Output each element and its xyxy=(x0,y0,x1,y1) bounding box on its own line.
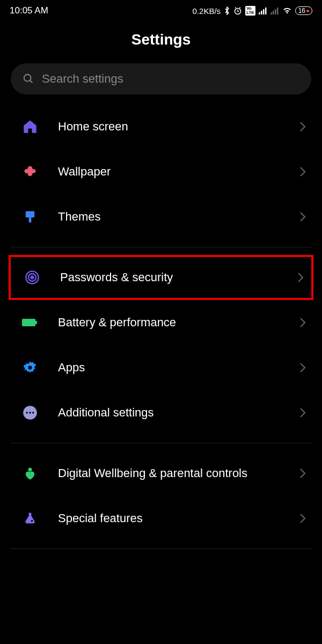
status-indicators: 0.2KB/s VoLTE 16 xyxy=(193,6,312,16)
svg-point-22 xyxy=(28,468,32,472)
list-item-label: Wallpaper xyxy=(58,164,280,180)
svg-rect-8 xyxy=(277,8,279,14)
svg-point-19 xyxy=(26,412,28,414)
list-item-apps[interactable]: Apps xyxy=(0,345,322,390)
chevron-right-icon xyxy=(299,513,306,524)
svg-point-20 xyxy=(29,412,31,414)
list-item-label: Themes xyxy=(58,209,280,225)
highlight-annotation: Passwords & security xyxy=(9,255,313,300)
svg-rect-3 xyxy=(263,9,265,14)
chevron-right-icon xyxy=(299,362,306,373)
battery-indicator: 16 xyxy=(295,6,312,15)
signal-icon xyxy=(259,7,267,14)
search-bar[interactable] xyxy=(11,63,311,94)
battery-low-icon xyxy=(306,10,309,12)
list-item-label: Apps xyxy=(58,360,280,376)
svg-point-14 xyxy=(31,276,34,279)
list-item-label: Additional settings xyxy=(58,405,280,421)
signal-icon-2 xyxy=(270,7,279,14)
list-item-home-screen[interactable]: Home screen xyxy=(0,104,322,149)
list-item-themes[interactable]: Themes xyxy=(0,194,322,239)
divider xyxy=(11,247,311,247)
search-input[interactable] xyxy=(42,72,299,86)
list-item-label: Passwords & security xyxy=(60,270,278,286)
list-item-digital-wellbeing[interactable]: Digital Wellbeing & parental controls xyxy=(0,451,322,496)
list-item-label: Battery & performance xyxy=(58,315,280,331)
heart-person-icon xyxy=(21,465,39,482)
brush-icon xyxy=(21,208,39,225)
status-time: 10:05 AM xyxy=(10,5,48,16)
svg-rect-5 xyxy=(270,12,272,14)
divider xyxy=(11,443,311,443)
list-item-battery-performance[interactable]: Battery & performance xyxy=(0,300,322,345)
svg-rect-4 xyxy=(265,8,267,14)
svg-rect-11 xyxy=(29,217,32,222)
list-item-label: Special features xyxy=(58,511,280,526)
page-title: Settings xyxy=(0,21,322,63)
status-bar: 10:05 AM 0.2KB/s VoLTE 16 xyxy=(0,0,322,21)
volte-icon: VoLTE xyxy=(245,6,255,16)
divider xyxy=(11,548,311,549)
flask-icon xyxy=(21,510,39,527)
svg-rect-10 xyxy=(26,211,34,218)
svg-point-17 xyxy=(28,366,32,370)
alarm-icon xyxy=(233,6,242,15)
list-item-label: Home screen xyxy=(58,119,280,135)
battery-icon xyxy=(21,314,39,331)
list-item-additional-settings[interactable]: Additional settings xyxy=(0,390,322,435)
svg-rect-16 xyxy=(35,321,37,324)
svg-rect-15 xyxy=(22,319,35,326)
chevron-right-icon xyxy=(299,211,306,222)
list-item-wallpaper[interactable]: Wallpaper xyxy=(0,149,322,194)
chevron-right-icon xyxy=(299,166,306,177)
chevron-right-icon xyxy=(299,317,306,328)
gear-icon xyxy=(21,359,39,376)
list-item-passwords-security[interactable]: Passwords & security xyxy=(11,257,311,298)
svg-point-21 xyxy=(32,412,34,414)
flower-icon xyxy=(21,163,39,180)
chevron-right-icon xyxy=(299,407,306,418)
more-icon xyxy=(21,404,39,421)
svg-rect-2 xyxy=(261,11,262,14)
fingerprint-icon xyxy=(24,269,41,286)
wifi-icon xyxy=(282,7,292,14)
data-rate: 0.2KB/s xyxy=(193,6,221,16)
home-icon xyxy=(21,118,39,135)
chevron-right-icon xyxy=(297,272,304,283)
svg-point-23 xyxy=(31,520,33,522)
list-item-label: Digital Wellbeing & parental controls xyxy=(58,466,280,481)
svg-rect-6 xyxy=(273,11,274,14)
chevron-right-icon xyxy=(299,121,306,132)
svg-point-9 xyxy=(24,75,31,82)
chevron-right-icon xyxy=(299,468,306,479)
svg-rect-7 xyxy=(275,9,276,14)
search-icon xyxy=(23,73,34,85)
svg-rect-1 xyxy=(259,12,260,14)
list-item-special-features[interactable]: Special features xyxy=(0,496,322,541)
bluetooth-icon xyxy=(224,6,230,15)
